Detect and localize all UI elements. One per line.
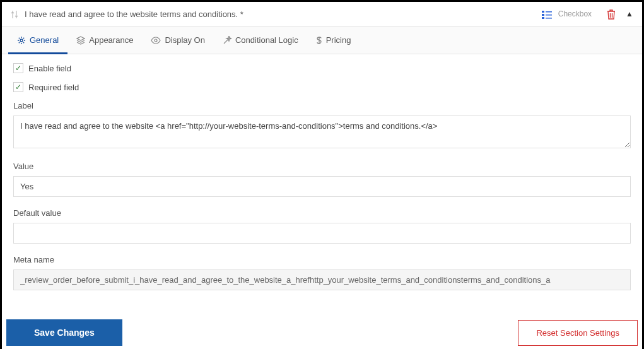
svg-rect-4 (542, 17, 544, 19)
value-input[interactable] (13, 176, 631, 197)
meta-name-input (13, 269, 631, 290)
default-value-caption: Default value (13, 208, 631, 218)
default-value-field-group: Default value (13, 208, 631, 244)
checkbox-checked-icon[interactable]: ✓ (13, 82, 23, 92)
default-value-input[interactable] (13, 223, 631, 244)
label-caption: Label (13, 101, 631, 110)
meta-name-field-group: Meta name (13, 255, 631, 290)
label-field-group: Label (13, 101, 631, 150)
svg-rect-2 (542, 14, 544, 16)
tab-label: General (30, 35, 59, 45)
reset-section-button[interactable]: Reset Section Settings (518, 320, 638, 346)
svg-rect-5 (546, 18, 552, 19)
enable-field-label: Enable field (28, 64, 71, 73)
enable-field-row[interactable]: ✓ Enable field (13, 63, 631, 73)
tab-display-on[interactable]: Display On (142, 27, 214, 54)
tab-general[interactable]: General (8, 27, 67, 54)
tab-bar: General Appearance Display On Conditiona… (2, 27, 642, 54)
field-type-label: Checkbox (558, 9, 592, 18)
tab-conditional-logic[interactable]: Conditional Logic (214, 27, 307, 54)
svg-rect-1 (546, 11, 552, 13)
layers-icon (76, 35, 85, 45)
checkbox-list-icon (542, 8, 552, 20)
collapse-icon[interactable]: ▲ (626, 9, 633, 18)
footer-bar: Save Changes Reset Section Settings (2, 319, 642, 349)
general-panel: ✓ Enable field ✓ Required field Label Va… (2, 54, 642, 311)
svg-rect-3 (546, 15, 552, 16)
tab-pricing[interactable]: Pricing (307, 27, 360, 54)
drag-handle-icon[interactable] (11, 9, 18, 19)
wand-icon (223, 35, 231, 45)
tab-appearance[interactable]: Appearance (67, 27, 142, 54)
svg-point-7 (155, 39, 157, 42)
tab-label: Appearance (89, 35, 133, 45)
label-textarea[interactable] (13, 115, 631, 148)
tab-label: Display On (165, 35, 205, 45)
checkbox-checked-icon[interactable]: ✓ (13, 63, 23, 73)
required-field-label: Required field (28, 83, 79, 92)
meta-name-caption: Meta name (13, 255, 631, 264)
save-button[interactable]: Save Changes (6, 319, 122, 346)
tab-label: Pricing (326, 35, 351, 45)
dollar-icon (316, 35, 322, 45)
value-caption: Value (13, 162, 631, 171)
eye-icon (151, 35, 161, 45)
svg-rect-0 (542, 11, 544, 13)
field-title: I have read and agree to the website ter… (25, 9, 536, 19)
value-field-group: Value (13, 162, 631, 197)
trash-icon[interactable] (607, 8, 616, 20)
svg-point-6 (20, 39, 23, 42)
required-field-row[interactable]: ✓ Required field (13, 82, 631, 92)
gear-icon (17, 35, 26, 45)
tab-label: Conditional Logic (235, 35, 298, 45)
field-header: I have read and agree to the website ter… (2, 2, 642, 27)
